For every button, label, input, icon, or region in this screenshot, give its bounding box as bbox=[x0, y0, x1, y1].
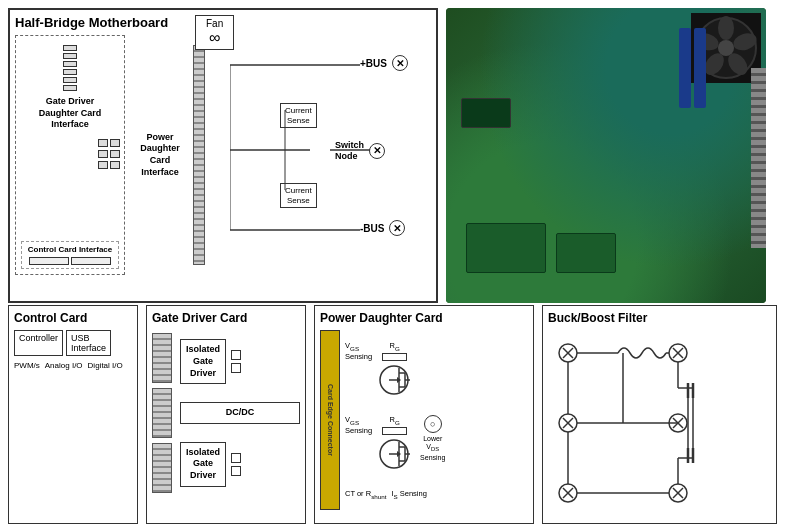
control-card-box: Control Card Controller USBInterface PWM… bbox=[8, 305, 138, 524]
gdc-connectors-top-right bbox=[231, 350, 241, 373]
top-section: Half-Bridge Motherboard Fan ∞ bbox=[0, 0, 785, 300]
plus-bus-terminal: ✕ bbox=[392, 55, 408, 71]
control-card-content: Controller USBInterface bbox=[14, 330, 132, 356]
isolated-gate-driver-bottom-row: IsolatedGateDriver bbox=[180, 442, 300, 487]
board-capacitor-1 bbox=[679, 28, 691, 108]
pdc-ct-sensing: CT or Rshunt IS Sensing bbox=[345, 489, 523, 500]
fan-box: Fan ∞ bbox=[195, 15, 234, 50]
rg-bottom: RG bbox=[389, 415, 399, 426]
pdc-vgs-top: VGSSensing bbox=[345, 341, 372, 362]
pdc-bottom-resistor-mosfet: RG bbox=[377, 415, 412, 473]
controller-box: Controller bbox=[14, 330, 63, 356]
is-sensing-label: IS Sensing bbox=[391, 489, 426, 500]
motherboard-inner: Gate DriverDaughter CardInterface bbox=[15, 35, 431, 275]
fan-symbol: ∞ bbox=[206, 29, 223, 47]
lower-vds-label: LowerVDSSensing bbox=[420, 435, 445, 462]
gdc-strip-2 bbox=[152, 388, 172, 438]
svg-point-9 bbox=[718, 40, 734, 56]
buck-boost-filter-box: Buck/Boost Filter bbox=[542, 305, 777, 524]
board-capacitor-2 bbox=[694, 28, 706, 108]
board-photo bbox=[446, 8, 766, 303]
gdc-strip-1 bbox=[152, 333, 172, 383]
motherboard-diagram: Half-Bridge Motherboard Fan ∞ bbox=[8, 8, 438, 303]
small-connector-2 bbox=[231, 363, 241, 373]
minus-bus-terminal: ✕ bbox=[389, 220, 405, 236]
svg-point-10 bbox=[718, 16, 734, 40]
gdc-connectors-bottom-right bbox=[231, 453, 241, 476]
digital-io-label: Digital I/O bbox=[88, 361, 123, 370]
vds-circle: ○ bbox=[424, 415, 442, 433]
sense-box-1: CurrentSense bbox=[280, 103, 317, 128]
circuit-lines: +BUS ✕ CurrentSense SwitchNode ✕ Curre bbox=[230, 35, 431, 275]
pdc-top-resistor-mosfet: RG bbox=[377, 341, 412, 399]
isolated-gate-driver-top: IsolatedGateDriver bbox=[180, 339, 226, 384]
analog-io-label: Analog I/O bbox=[45, 361, 83, 370]
board-photo-inner bbox=[446, 8, 766, 303]
sense-box-2: CurrentSense bbox=[280, 183, 317, 208]
dc-dc-component: DC/DC bbox=[180, 402, 300, 424]
pdc-circuit-area: VGSSensing RG bbox=[340, 330, 528, 510]
pwm-label: PWM/s bbox=[14, 361, 40, 370]
lower-vds-sensing: ○ LowerVDSSensing bbox=[420, 415, 445, 462]
gate-driver-label: Gate DriverDaughter CardInterface bbox=[39, 96, 102, 131]
isolated-gate-driver-top-row: IsolatedGateDriver bbox=[180, 339, 300, 384]
power-daughter-card-area: PowerDaughterCardInterface bbox=[135, 35, 215, 275]
current-sense-2: CurrentSense bbox=[280, 183, 317, 208]
usb-interface-box: USBInterface bbox=[66, 330, 111, 356]
mosfet-bottom-svg bbox=[377, 437, 412, 472]
pdc-bottom-mosfet: VGSSensing RG bbox=[345, 415, 523, 473]
switch-node-label: SwitchNode bbox=[335, 140, 364, 162]
minus-bus-line: -BUS ✕ bbox=[360, 220, 405, 236]
rg-top: RG bbox=[389, 341, 399, 352]
power-card-label: PowerDaughterCardInterface bbox=[135, 132, 185, 179]
board-ic-2 bbox=[556, 233, 616, 273]
mosfet-top-svg bbox=[377, 363, 412, 398]
control-card-interface-label: Control Card Interface bbox=[21, 241, 119, 269]
gate-driver-card-title: Gate Driver Card bbox=[152, 311, 300, 325]
board-connectors-right bbox=[751, 68, 766, 248]
gdc-components: IsolatedGateDriver DC/DC IsolatedGateDri… bbox=[180, 333, 300, 493]
small-connector-3 bbox=[231, 453, 241, 463]
gdc-strip-3 bbox=[152, 443, 172, 493]
resistor-top bbox=[382, 353, 407, 361]
main-container: Half-Bridge Motherboard Fan ∞ bbox=[0, 0, 785, 529]
resistor-bottom bbox=[382, 427, 407, 435]
pdc-vgs-bottom: VGSSensing bbox=[345, 415, 372, 436]
small-connector-4 bbox=[231, 466, 241, 476]
vertical-connector bbox=[193, 45, 205, 265]
buck-boost-svg bbox=[548, 333, 703, 503]
plus-bus-label: +BUS bbox=[360, 58, 387, 69]
bottom-section: Control Card Controller USBInterface PWM… bbox=[0, 300, 785, 529]
board-connector-left bbox=[461, 98, 511, 128]
cc-io-row: PWM/s Analog I/O Digital I/O bbox=[14, 361, 132, 370]
current-sense-1: CurrentSense bbox=[280, 103, 317, 128]
gate-driver-card-inner: IsolatedGateDriver DC/DC IsolatedGateDri… bbox=[152, 333, 300, 493]
gate-driver-card-box: Gate Driver Card IsolatedGateDriver bbox=[146, 305, 306, 524]
minus-bus-label: -BUS bbox=[360, 223, 384, 234]
plus-bus-line: +BUS ✕ bbox=[360, 55, 408, 71]
switch-node-terminal: ✕ bbox=[369, 143, 385, 159]
board-ic-1 bbox=[466, 223, 546, 273]
card-edge-connector: Card Edge Connector bbox=[320, 330, 340, 510]
power-daughter-card-title: Power Daughter Card bbox=[320, 311, 528, 325]
power-daughter-card-box: Power Daughter Card Card Edge Connector … bbox=[314, 305, 534, 524]
small-connector-1 bbox=[231, 350, 241, 360]
pdc-top-mosfet: VGSSensing RG bbox=[345, 341, 523, 399]
isolated-gate-driver-bottom: IsolatedGateDriver bbox=[180, 442, 226, 487]
fan-label: Fan bbox=[206, 18, 223, 29]
gate-driver-card-interface: Gate DriverDaughter CardInterface bbox=[15, 35, 125, 275]
control-card-title: Control Card bbox=[14, 311, 132, 325]
ct-label: CT or Rshunt bbox=[345, 489, 386, 500]
buck-boost-filter-title: Buck/Boost Filter bbox=[548, 311, 771, 325]
switch-node-line: SwitchNode ✕ bbox=[335, 140, 385, 162]
gdc-connector-strips bbox=[152, 333, 172, 493]
power-daughter-card-inner: Card Edge Connector VGSSensing RG bbox=[320, 330, 528, 510]
